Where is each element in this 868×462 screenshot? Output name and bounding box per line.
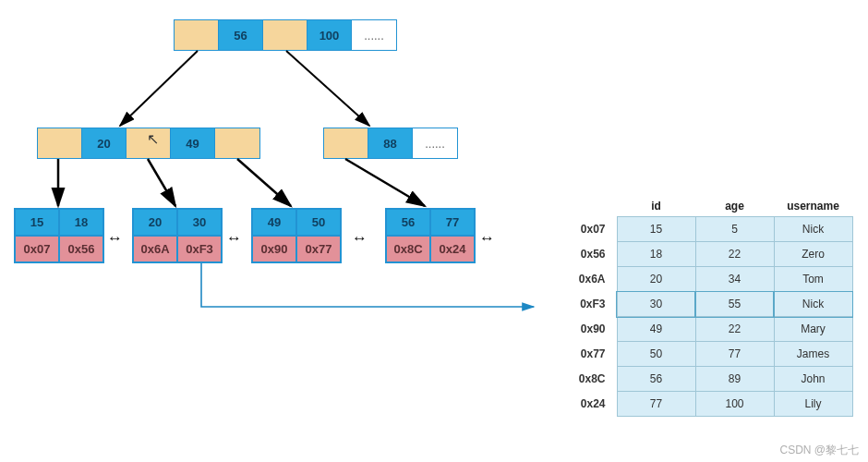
cell-id: 77 <box>617 392 695 417</box>
table-row: 0x90 49 22 Mary <box>538 317 852 342</box>
leaf-link-icon: ↔ <box>107 229 123 248</box>
btree-inner-node-2: 88 ...... <box>323 128 458 159</box>
row-addr: 0x6A <box>538 267 617 292</box>
svg-line-0 <box>120 51 198 126</box>
svg-line-3 <box>148 159 175 206</box>
row-addr: 0x56 <box>538 242 617 267</box>
row-addr: 0x24 <box>538 392 617 417</box>
table-row: 0x8C 56 89 John <box>538 367 852 392</box>
root-ptr-1 <box>263 20 307 50</box>
inner1-ptr-2 <box>215 128 259 158</box>
leaf3-key-0: 56 <box>386 209 430 236</box>
data-table: id age username 0x07 15 5 Nick 0x56 18 2… <box>538 194 853 417</box>
inner1-key-1: 49 <box>171 128 215 158</box>
cell-user: Zero <box>774 242 852 267</box>
row-addr: 0x07 <box>538 217 617 242</box>
cell-age: 89 <box>695 367 774 392</box>
root-key-0: 56 <box>219 20 263 50</box>
btree-leaf-1: 20 30 0x6A 0xF3 <box>132 208 223 263</box>
table-row: 0x56 18 22 Zero <box>538 242 852 267</box>
leaf0-key-0: 15 <box>15 209 59 236</box>
inner1-key-0: 20 <box>82 128 127 158</box>
row-addr: 0x90 <box>538 317 617 342</box>
watermark: CSDN @黎七七 <box>779 443 859 458</box>
cell-age: 55 <box>695 292 774 317</box>
table-row-highlighted: 0xF3 30 55 Nick <box>538 292 852 317</box>
svg-line-1 <box>286 51 369 126</box>
btree-leaf-0: 15 18 0x07 0x56 <box>14 208 104 263</box>
cell-age: 5 <box>695 217 774 242</box>
inner2-more: ...... <box>413 128 457 158</box>
cell-user: Nick <box>774 217 852 242</box>
leaf2-ptr-1: 0x77 <box>296 236 341 262</box>
table-header-row: id age username <box>538 194 852 217</box>
leaf3-key-1: 77 <box>430 209 475 236</box>
leaf-link-icon: ↔ <box>479 229 495 248</box>
leaf0-ptr-0: 0x07 <box>15 236 59 262</box>
table-row: 0x6A 20 34 Tom <box>538 267 852 292</box>
svg-line-4 <box>237 159 291 206</box>
root-key-1: 100 <box>307 20 352 50</box>
cell-age: 22 <box>695 317 774 342</box>
root-more: ...... <box>352 20 396 50</box>
inner2-key-0: 88 <box>368 128 413 158</box>
btree-leaf-2: 49 50 0x90 0x77 <box>251 208 342 263</box>
cell-id: 49 <box>617 317 695 342</box>
row-addr: 0xF3 <box>538 292 617 317</box>
leaf3-ptr-0: 0x8C <box>386 236 430 262</box>
leaf2-key-1: 50 <box>296 209 341 236</box>
leaf1-ptr-1: 0xF3 <box>177 236 222 262</box>
btree-leaf-3: 56 77 0x8C 0x24 <box>385 208 476 263</box>
cell-id: 18 <box>617 242 695 267</box>
leaf0-key-1: 18 <box>59 209 103 236</box>
inner1-ptr-0 <box>38 128 82 158</box>
table-row: 0x24 77 100 Lily <box>538 392 852 417</box>
leaf2-ptr-0: 0x90 <box>252 236 296 262</box>
svg-line-5 <box>345 159 425 206</box>
cell-user: Nick <box>774 292 852 317</box>
leaf1-key-1: 30 <box>177 209 222 236</box>
inner2-ptr-0 <box>324 128 368 158</box>
cell-age: 22 <box>695 242 774 267</box>
cell-user: James <box>774 342 852 367</box>
leaf-link-icon: ↔ <box>352 229 368 248</box>
cell-id: 15 <box>617 217 695 242</box>
leaf2-key-0: 49 <box>252 209 296 236</box>
cell-age: 100 <box>695 392 774 417</box>
leaf1-ptr-0: 0x6A <box>133 236 177 262</box>
table-row: 0x77 50 77 James <box>538 342 852 367</box>
cell-user: Tom <box>774 267 852 292</box>
cell-user: John <box>774 367 852 392</box>
cell-user: Mary <box>774 317 852 342</box>
cell-id: 50 <box>617 342 695 367</box>
leaf1-key-0: 20 <box>133 209 177 236</box>
cell-age: 77 <box>695 342 774 367</box>
col-age: age <box>695 194 774 217</box>
mouse-cursor-icon: ↖ <box>147 130 159 148</box>
row-addr: 0x77 <box>538 342 617 367</box>
cell-id: 30 <box>617 292 695 317</box>
btree-root-node: 56 100 ...... <box>174 19 397 51</box>
col-username: username <box>774 194 852 217</box>
leaf-link-icon: ↔ <box>226 229 242 248</box>
leaf0-ptr-1: 0x56 <box>59 236 103 262</box>
leaf3-ptr-1: 0x24 <box>430 236 475 262</box>
cell-id: 20 <box>617 267 695 292</box>
root-ptr-0 <box>175 20 219 50</box>
row-addr: 0x8C <box>538 367 617 392</box>
cell-id: 56 <box>617 367 695 392</box>
cell-age: 34 <box>695 267 774 292</box>
cell-user: Lily <box>774 392 852 417</box>
table-row: 0x07 15 5 Nick <box>538 217 852 242</box>
col-id: id <box>617 194 695 217</box>
